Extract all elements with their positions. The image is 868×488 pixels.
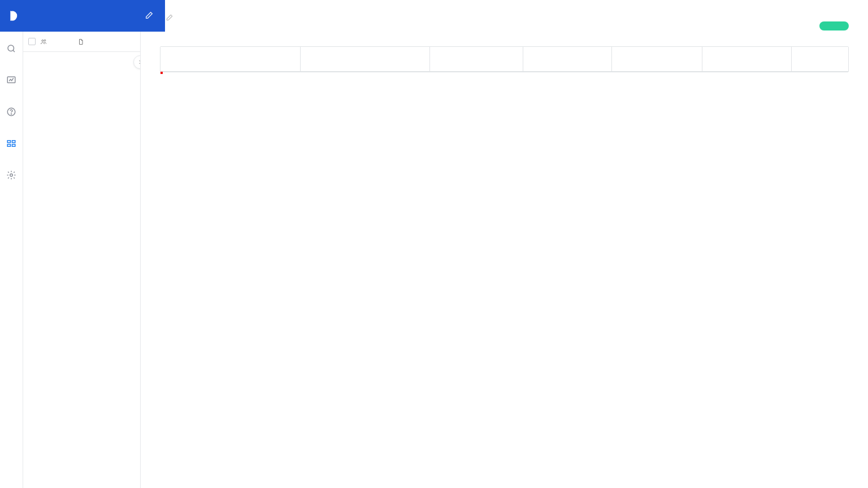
main-area	[141, 0, 868, 488]
svg-point-9	[42, 40, 44, 41]
svg-point-0	[8, 45, 14, 51]
edit-icon	[145, 11, 154, 20]
search-icon	[6, 43, 16, 54]
brand-bar	[0, 0, 165, 32]
edit-icon	[166, 14, 173, 21]
col-header-dim[interactable]	[792, 47, 848, 72]
rail-search-button[interactable]	[2, 40, 20, 58]
group-icon	[40, 38, 47, 45]
svg-rect-7	[12, 145, 15, 147]
rail-help-button[interactable]	[2, 103, 20, 121]
col-header-geo[interactable]	[301, 47, 430, 72]
grid-header-row	[160, 47, 848, 72]
col-header-date[interactable]	[612, 47, 702, 72]
svg-rect-6	[12, 141, 15, 143]
file-icon	[77, 38, 84, 45]
save-button[interactable]	[819, 21, 849, 30]
dashboard-icon	[6, 75, 16, 85]
main-header	[141, 0, 868, 36]
columns-grid	[160, 46, 849, 72]
col-header-num[interactable]	[523, 47, 612, 72]
chevron-right-icon	[137, 59, 141, 66]
col-header-name[interactable]	[160, 47, 301, 72]
col-header-priority[interactable]	[430, 47, 523, 72]
select-all-checkbox[interactable]	[28, 38, 36, 45]
brand-edit-button[interactable]	[145, 11, 154, 21]
app-root	[0, 0, 868, 488]
rail-dashboard-button[interactable]	[2, 71, 20, 89]
rail-data-button[interactable]	[2, 134, 20, 152]
brand-logo[interactable]	[8, 8, 28, 23]
col-header-currency[interactable]	[702, 47, 792, 72]
data-icon	[6, 138, 16, 149]
svg-point-10	[44, 40, 46, 41]
help-icon	[6, 107, 16, 117]
panel-header-group[interactable]	[40, 38, 77, 45]
rail-settings-button[interactable]	[2, 166, 20, 184]
panel-list[interactable]	[23, 52, 140, 488]
title-edit-button[interactable]	[166, 14, 173, 23]
panel-header-name[interactable]	[77, 38, 140, 45]
svg-rect-5	[7, 145, 10, 147]
left-rail	[0, 0, 23, 488]
svg-point-8	[10, 174, 13, 177]
panel-header-row	[23, 32, 140, 52]
table-list-panel	[23, 0, 141, 488]
grid-wrap	[141, 36, 868, 488]
svg-rect-4	[7, 141, 10, 143]
brand-logo-icon	[8, 8, 23, 23]
highlight-box	[160, 72, 163, 74]
gear-icon	[6, 170, 16, 180]
svg-point-3	[11, 114, 12, 114]
